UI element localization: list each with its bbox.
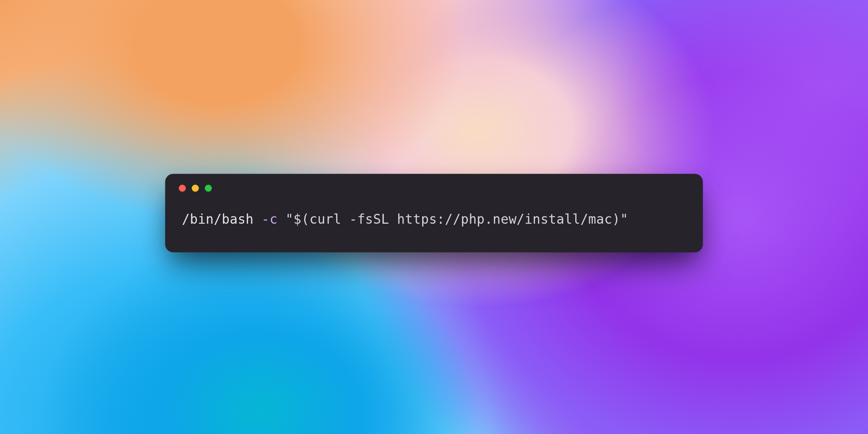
window-titlebar[interactable] [165,174,703,202]
command-token-flag: -c [262,211,277,227]
terminal-window: /bin/bash -c "$(curl -fsSL https://php.n… [165,174,703,252]
terminal-body[interactable]: /bin/bash -c "$(curl -fsSL https://php.n… [165,202,703,252]
window-zoom-button[interactable] [205,185,212,192]
window-close-button[interactable] [179,185,186,192]
command-token-space [277,211,285,227]
command-token-path: /bin/bash [182,211,262,227]
terminal-command-line[interactable]: /bin/bash -c "$(curl -fsSL https://php.n… [182,210,686,229]
stage: /bin/bash -c "$(curl -fsSL https://php.n… [0,0,868,434]
command-token-open-quote: " [286,211,294,227]
command-token-close-quote: " [620,211,628,227]
window-minimize-button[interactable] [192,185,199,192]
command-token-body: $(curl -fsSL https://php.new/install/mac… [294,211,620,227]
